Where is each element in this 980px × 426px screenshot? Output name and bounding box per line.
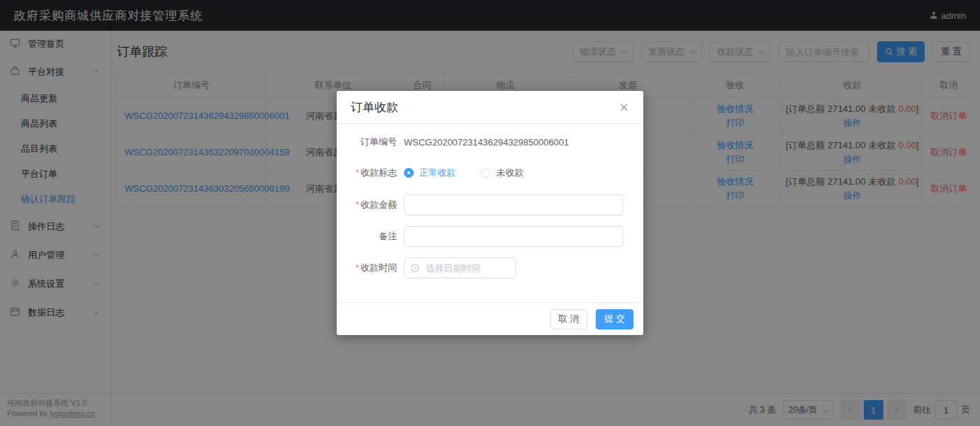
order-payment-dialog: 订单收款 订单编号 WSCG20200723143629432985000600… (337, 91, 643, 335)
remark-input[interactable] (404, 226, 623, 247)
app-window: 政府采购商城供应商对接管理系统 admin 管理首页 平台对接 (0, 0, 980, 426)
flag-label: *收款标志 (337, 166, 397, 179)
dialog-title: 订单收款 (351, 99, 398, 115)
radio-no-payment[interactable]: 未收款 (481, 166, 524, 179)
cancel-button[interactable]: 取 消 (550, 309, 587, 329)
time-label: *收款时间 (337, 262, 397, 274)
radio-unselected-icon (481, 168, 491, 178)
order-no-value: WSCG202007231436294329850006001 (404, 137, 569, 148)
remark-label: 备注 (337, 230, 397, 243)
order-no-label: 订单编号 (337, 136, 397, 148)
close-icon[interactable] (619, 102, 629, 113)
datetime-picker-input[interactable] (404, 257, 516, 278)
radio-normal-payment[interactable]: 正常收款 (404, 166, 456, 179)
submit-button[interactable]: 提 交 (596, 309, 634, 329)
radio-selected-icon (404, 168, 414, 178)
amount-input[interactable] (404, 194, 623, 215)
amount-label: *收款金额 (337, 199, 397, 211)
